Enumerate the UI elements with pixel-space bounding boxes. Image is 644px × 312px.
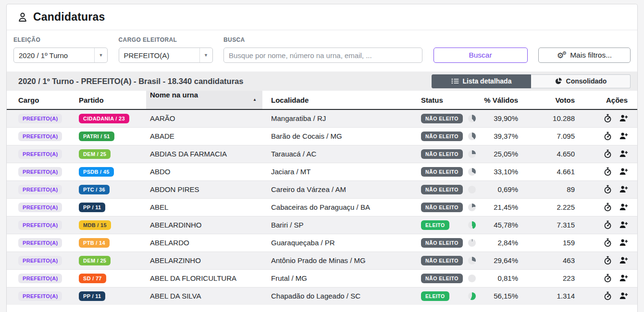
locality: Antônio Prado de Minas / MG	[262, 252, 411, 269]
table-row[interactable]: PREFEITO(A) SD / 77 ABEL DA FLORICULTURA…	[7, 269, 638, 287]
person-add-icon[interactable]	[619, 203, 629, 212]
filter-eleicao: ELEIÇÃO 2020 / 1º Turno ▼	[13, 36, 108, 63]
person-add-icon[interactable]	[619, 274, 629, 283]
timer-icon[interactable]	[603, 149, 612, 158]
votes-value: 7.315	[522, 216, 579, 234]
party-badge: PTB / 14	[79, 238, 110, 248]
person-add-icon[interactable]	[619, 238, 629, 247]
person-add-icon[interactable]	[619, 291, 629, 300]
table-header-row: Cargo Partido Nome na urna ▲ Localidade …	[7, 91, 638, 109]
status-badge: NÃO ELEITO	[421, 238, 463, 248]
table-row[interactable]: PREFEITO(A) PTC / 36 ABDON PIRES Careiro…	[7, 180, 638, 198]
cargo-badge: PREFEITO(A)	[18, 291, 62, 301]
person-add-icon[interactable]	[619, 220, 629, 229]
status-badge: NÃO ELEITO	[421, 167, 463, 177]
timer-icon[interactable]	[603, 185, 612, 194]
table-row[interactable]: PREFEITO(A) CIDADANIA / 23 AARÃO Mangara…	[7, 109, 638, 127]
locality: Guaraqueçaba / PR	[262, 234, 411, 252]
table-row[interactable]: PREFEITO(A) PP / 11 ABEL DA SILVA Chapad…	[7, 287, 638, 305]
table-body: PREFEITO(A) CIDADANIA / 23 AARÃO Mangara…	[7, 109, 638, 305]
locality: Careiro da Várzea / AM	[262, 180, 411, 198]
percent-valid-value: 39,90%	[480, 114, 518, 122]
timer-icon[interactable]	[603, 203, 612, 212]
column-header-status[interactable]: Status	[411, 91, 468, 109]
percent-pie-icon	[468, 115, 476, 122]
results-summary-bar: 2020 / 1º Turno - PREFEITO(A) - Brasil -…	[7, 72, 637, 91]
tab-label: Lista detalhada	[463, 77, 512, 85]
ballot-name: ABDO	[146, 163, 262, 180]
ballot-name: ABEL	[146, 198, 262, 216]
status-badge: NÃO ELEITO	[421, 114, 463, 123]
votes-value: 7.095	[522, 127, 579, 145]
column-header-nome-na-urna[interactable]: Nome na urna ▲	[146, 91, 262, 109]
status-badge: NÃO ELEITO	[421, 149, 463, 159]
party-badge: PATRI / 51	[79, 132, 114, 141]
timer-icon[interactable]	[603, 291, 612, 300]
percent-pie-icon	[468, 150, 476, 158]
timer-icon[interactable]	[603, 256, 612, 265]
column-header-localidade[interactable]: Localidade	[262, 91, 411, 109]
table-row[interactable]: PREFEITO(A) DEM / 25 ABDIAS DA FARMACIA …	[7, 145, 638, 163]
column-header-partido[interactable]: Partido	[67, 91, 146, 109]
percent-valid-value: 0,69%	[480, 185, 518, 193]
column-header-cargo[interactable]: Cargo	[7, 91, 67, 109]
party-badge: CIDADANIA / 23	[79, 114, 129, 123]
mais-filtros-button[interactable]: ⚙⚙ Mais filtros...	[538, 48, 631, 63]
filters-bar: ELEIÇÃO 2020 / 1º Turno ▼ CARGO ELEITORA…	[7, 30, 637, 72]
percent-pie-icon	[468, 239, 476, 247]
table-row[interactable]: PREFEITO(A) DEM / 25 ABELARZINHO Antônio…	[7, 252, 638, 269]
tab-consolidado[interactable]: Consolidado	[531, 74, 631, 88]
person-add-icon[interactable]	[619, 256, 629, 265]
party-badge: PSDB / 45	[79, 167, 114, 177]
timer-icon[interactable]	[603, 238, 612, 247]
filter-cargo: CARGO ELEITORAL PREFEITO(A) ▼	[119, 36, 213, 63]
ballot-name: AARÃO	[146, 109, 262, 127]
ballot-name: ABELARDINHO	[146, 216, 262, 234]
status-badge: NÃO ELEITO	[421, 132, 463, 141]
eleicao-label: ELEIÇÃO	[13, 36, 108, 43]
table-row[interactable]: PREFEITO(A) PTB / 14 ABELARDO Guaraqueça…	[7, 234, 638, 252]
cargo-badge: PREFEITO(A)	[18, 256, 62, 265]
percent-pie-icon	[468, 275, 476, 282]
eleicao-select[interactable]: 2020 / 1º Turno ▼	[13, 48, 108, 63]
chevron-down-icon: ▼	[199, 48, 212, 62]
status-badge: ELEITO	[421, 220, 449, 230]
candidaturas-panel: Candidaturas ELEIÇÃO 2020 / 1º Turno ▼ C…	[6, 4, 638, 312]
person-add-icon[interactable]	[619, 185, 629, 194]
table-row[interactable]: PREFEITO(A) PSDB / 45 ABDO Jaciara / MT …	[7, 163, 638, 180]
timer-icon[interactable]	[603, 220, 612, 229]
percent-valid-value: 2,84%	[480, 239, 518, 247]
page-title: Candidaturas	[33, 11, 105, 24]
tab-lista-detalhada[interactable]: Lista detalhada	[432, 74, 531, 88]
locality: Mangaratiba / RJ	[262, 109, 411, 127]
timer-icon[interactable]	[603, 132, 612, 141]
votes-value: 4.650	[522, 145, 579, 163]
list-icon	[451, 78, 459, 84]
percent-pie-icon	[468, 186, 476, 193]
column-header-pct-validos[interactable]: % Válidos	[468, 91, 522, 109]
timer-icon[interactable]	[603, 114, 612, 123]
locality: Chapadão do Lageado / SC	[262, 287, 411, 305]
table-row[interactable]: PREFEITO(A) PATRI / 51 ABADE Barão de Co…	[7, 127, 638, 145]
table-row[interactable]: PREFEITO(A) MDB / 15 ABELARDINHO Bariri …	[7, 216, 638, 234]
ballot-name: ABELARZINHO	[146, 252, 262, 269]
table-row[interactable]: PREFEITO(A) PP / 11 ABEL Cabaceiras do P…	[7, 198, 638, 216]
gears-icon: ⚙⚙	[557, 51, 567, 60]
buscar-button[interactable]: Buscar	[433, 48, 528, 63]
party-badge: PTC / 36	[79, 185, 110, 194]
cargo-value: PREFEITO(A)	[124, 51, 199, 60]
person-add-icon[interactable]	[619, 114, 629, 123]
person-add-icon[interactable]	[619, 167, 629, 176]
cargo-badge: PREFEITO(A)	[18, 149, 62, 159]
timer-icon[interactable]	[603, 167, 612, 176]
column-header-votos[interactable]: Votos	[522, 91, 579, 109]
search-input[interactable]	[223, 48, 422, 63]
person-add-icon[interactable]	[619, 132, 629, 141]
cargo-badge: PREFEITO(A)	[18, 203, 62, 212]
votes-value: 4.661	[522, 163, 579, 180]
eleicao-value: 2020 / 1º Turno	[19, 51, 94, 60]
timer-icon[interactable]	[603, 274, 612, 283]
cargo-select[interactable]: PREFEITO(A) ▼	[119, 48, 213, 63]
cargo-badge: PREFEITO(A)	[18, 132, 62, 141]
person-add-icon[interactable]	[619, 149, 629, 158]
